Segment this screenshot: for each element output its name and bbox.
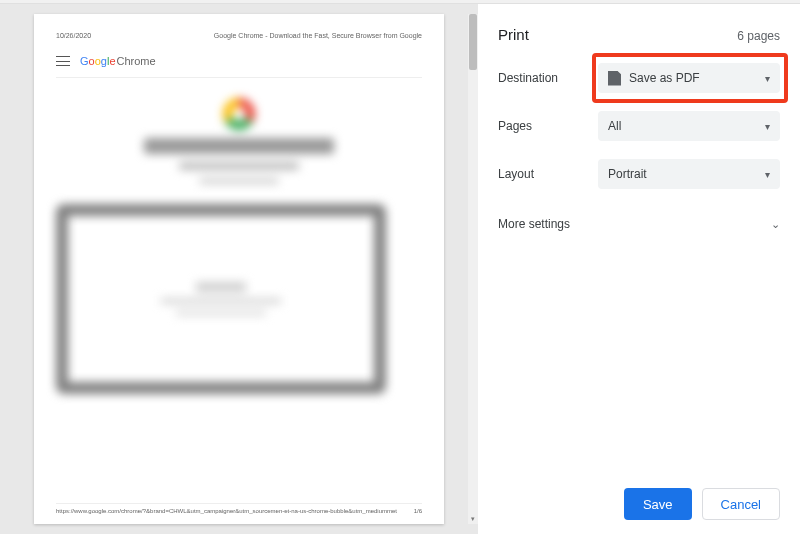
destination-select[interactable]: Save as PDF ▾ (598, 63, 780, 93)
scrollbar-down-icon[interactable]: ▾ (468, 514, 478, 524)
layout-value: Portrait (608, 167, 647, 181)
chevron-down-icon: ▾ (765, 121, 770, 132)
preview-page: 10/26/2020 Google Chrome - Download the … (34, 14, 444, 524)
layout-label: Layout (498, 167, 598, 181)
preview-blurred-content (56, 92, 422, 184)
chrome-logo-icon (223, 98, 255, 130)
preview-date: 10/26/2020 (56, 32, 91, 39)
preview-brand-row: GoogleChrome (56, 49, 422, 78)
cancel-button[interactable]: Cancel (702, 488, 780, 520)
page-count: 6 pages (737, 29, 780, 43)
pages-value: All (608, 119, 621, 133)
destination-value: Save as PDF (629, 71, 700, 85)
save-button-label: Save (643, 497, 673, 512)
preview-scrollbar[interactable]: ▾ (468, 14, 478, 524)
layout-select[interactable]: Portrait ▾ (598, 159, 780, 189)
preview-blurred-card (56, 204, 386, 394)
brand-text: GoogleChrome (80, 55, 156, 67)
preview-page-indicator: 1/6 (414, 508, 422, 514)
print-settings-panel: Print 6 pages Destination Save as PDF ▾ … (478, 4, 800, 534)
more-settings-label: More settings (498, 217, 570, 231)
chevron-down-icon: ▾ (765, 73, 770, 84)
save-button[interactable]: Save (624, 488, 692, 520)
panel-title: Print (498, 26, 529, 43)
pages-row: Pages All ▾ (498, 111, 780, 141)
layout-row: Layout Portrait ▾ (498, 159, 780, 189)
preview-page-header: 10/26/2020 Google Chrome - Download the … (56, 32, 422, 39)
destination-label: Destination (498, 71, 598, 85)
cancel-button-label: Cancel (721, 497, 761, 512)
more-settings-toggle[interactable]: More settings ⌄ (498, 207, 780, 241)
preview-page-footer: https://www.google.com/chrome/?&brand=CH… (56, 503, 422, 514)
preview-doc-title: Google Chrome - Download the Fast, Secur… (214, 32, 422, 39)
scrollbar-thumb[interactable] (469, 14, 477, 70)
preview-footer-url: https://www.google.com/chrome/?&brand=CH… (56, 508, 397, 514)
destination-row: Destination Save as PDF ▾ (498, 63, 780, 93)
pdf-icon (608, 71, 621, 86)
pages-label: Pages (498, 119, 598, 133)
hamburger-icon (56, 56, 70, 66)
chevron-down-icon: ▾ (765, 169, 770, 180)
chevron-down-icon: ⌄ (771, 218, 780, 231)
pages-select[interactable]: All ▾ (598, 111, 780, 141)
print-preview-pane: 10/26/2020 Google Chrome - Download the … (0, 4, 478, 534)
